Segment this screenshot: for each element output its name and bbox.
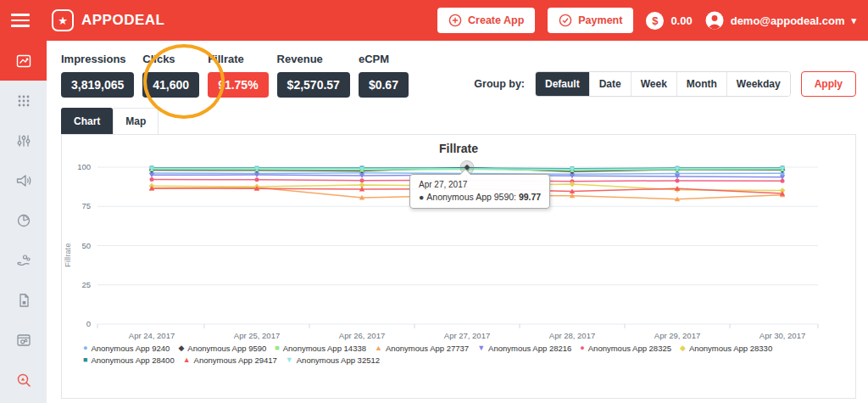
- svg-text:Apr 27, 2017: Apr 27, 2017: [444, 331, 490, 340]
- create-app-label: Create App: [468, 14, 524, 26]
- tooltip-date: Apr 27, 2017: [419, 180, 541, 189]
- chart-legend: ●Anonymous App 9240◆Anonymous App 9590■A…: [83, 344, 837, 365]
- user-menu[interactable]: demo@appodeal.com ▾: [705, 11, 856, 30]
- app-header: ★ APPODEAL Create App Payment $ 0.00: [0, 0, 868, 41]
- legend-label: Anonymous App 28325: [588, 344, 671, 353]
- legend-item[interactable]: ■Anonymous App 14338: [275, 344, 366, 353]
- legend-item[interactable]: ▲Anonymous App 27737: [375, 344, 469, 353]
- legend-marker-icon: ●: [83, 344, 87, 352]
- sliders-icon: [15, 132, 32, 149]
- legend-marker-icon: ▼: [477, 344, 485, 352]
- stat-value-badge[interactable]: 41,600: [142, 72, 199, 98]
- legend-item[interactable]: ◆Anonymous App 28330: [680, 344, 772, 353]
- svg-text:Apr 26, 2017: Apr 26, 2017: [339, 331, 385, 340]
- group-by-option-weekday[interactable]: Weekday: [727, 72, 790, 96]
- view-tabs: ChartMap: [61, 108, 856, 134]
- megaphone-icon: [14, 172, 33, 189]
- stat-label: Revenue: [277, 53, 350, 65]
- legend-marker-icon: ◆: [680, 344, 686, 352]
- hamburger-menu-icon[interactable]: [11, 10, 30, 31]
- sidebar-item-monetize[interactable]: [0, 240, 47, 280]
- legend-item[interactable]: ▼Anonymous App 28216: [477, 344, 571, 353]
- tab-chart[interactable]: Chart: [61, 108, 113, 134]
- payment-label: Payment: [578, 14, 622, 26]
- main-content: Impressions3,819,065Clicks41,600Fillrate…: [47, 41, 868, 403]
- dollar-icon: $: [646, 12, 664, 30]
- svg-text:Apr 29, 2017: Apr 29, 2017: [654, 331, 700, 340]
- apply-button[interactable]: Apply: [801, 71, 856, 97]
- create-app-button[interactable]: Create App: [437, 8, 535, 33]
- app-gears-icon: [15, 332, 32, 349]
- svg-text:Apr 24, 2017: Apr 24, 2017: [129, 331, 175, 340]
- payment-button[interactable]: Payment: [548, 8, 633, 33]
- sidebar-item-reports[interactable]: [0, 200, 47, 240]
- sidebar-item-settings[interactable]: [0, 120, 47, 160]
- user-email: demo@appodeal.com: [731, 14, 845, 27]
- appodeal-logo[interactable]: ★ APPODEAL: [52, 9, 164, 31]
- stat-label: Fillrate: [208, 53, 268, 65]
- legend-item[interactable]: ◆Anonymous App 9590: [178, 344, 266, 353]
- group-by-option-week[interactable]: Week: [632, 72, 677, 96]
- legend-marker-icon: ■: [83, 356, 87, 364]
- star-icon: ★: [52, 9, 74, 31]
- group-by-option-month[interactable]: Month: [677, 72, 727, 96]
- legend-label: Anonymous App 32512: [297, 355, 380, 365]
- legend-label: Anonymous App 29417: [194, 355, 277, 365]
- sidebar-item-documents[interactable]: [0, 280, 47, 320]
- stat-value-badge[interactable]: $0.67: [359, 72, 409, 98]
- sidebar-item-search-analytics[interactable]: [0, 360, 47, 400]
- svg-text:100: 100: [77, 162, 91, 171]
- stat-clicks: Clicks41,600: [142, 53, 199, 98]
- legend-marker-icon: ◆: [178, 344, 184, 352]
- chart-tooltip: Apr 27, 2017 ●Anonymous App 9590: 99.77: [409, 174, 550, 209]
- stat-revenue: Revenue$2,570.57: [277, 53, 350, 98]
- balance-amount: 0.00: [670, 14, 692, 27]
- stat-fillrate: Fillrate91.75%: [208, 53, 268, 98]
- stat-impressions: Impressions3,819,065: [61, 53, 134, 98]
- legend-item[interactable]: ●Anonymous App 28325: [580, 344, 671, 353]
- group-by-label: Group by:: [474, 78, 525, 90]
- stat-value-badge[interactable]: 3,819,065: [61, 72, 134, 98]
- monetization-hand-icon: [14, 252, 33, 269]
- stat-label: Impressions: [61, 53, 134, 65]
- legend-item[interactable]: ▼Anonymous App 32512: [286, 355, 380, 365]
- legend-marker-icon: ▲: [183, 356, 191, 364]
- group-by-segmented-control: DefaultDateWeekMonthWeekday: [535, 71, 791, 97]
- legend-marker-icon: ■: [275, 344, 279, 352]
- sidebar-item-promote[interactable]: [0, 160, 47, 200]
- tooltip-series-label: Anonymous App 9590:: [426, 192, 516, 202]
- group-by-controls: Group by: DefaultDateWeekMonthWeekday Ap…: [474, 71, 856, 97]
- stats-bar: Impressions3,819,065Clicks41,600Fillrate…: [61, 53, 856, 98]
- apps-grid-icon: [15, 92, 32, 109]
- tooltip-value: 99.77: [519, 192, 541, 202]
- sidebar-item-apps[interactable]: [0, 81, 47, 120]
- check-circle-icon: [559, 14, 572, 27]
- stat-value-badge[interactable]: 91.75%: [208, 72, 268, 98]
- tab-map[interactable]: Map: [113, 108, 159, 134]
- stat-label: Clicks: [142, 53, 199, 65]
- search-analytics-icon: [15, 372, 32, 389]
- chart-title: Fillrate: [62, 142, 855, 155]
- group-by-option-date[interactable]: Date: [590, 72, 632, 96]
- svg-text:Fillrate: Fillrate: [63, 243, 72, 267]
- stat-label: eCPM: [359, 53, 409, 65]
- plus-circle-icon: [448, 14, 462, 27]
- legend-item[interactable]: ●Anonymous App 9240: [83, 344, 170, 353]
- svg-text:75: 75: [81, 201, 91, 210]
- balance[interactable]: $ 0.00: [646, 12, 692, 30]
- legend-item[interactable]: ▲Anonymous App 29417: [183, 355, 277, 365]
- stat-value-badge[interactable]: $2,570.57: [277, 72, 350, 98]
- legend-marker-icon: ▼: [286, 356, 293, 364]
- group-by-option-default[interactable]: Default: [536, 72, 590, 96]
- svg-text:50: 50: [81, 241, 91, 250]
- sidebar-item-line-chart[interactable]: [0, 41, 47, 81]
- sidebar-item-app-settings[interactable]: [0, 320, 47, 360]
- legend-marker-icon: ●: [580, 344, 584, 352]
- svg-text:25: 25: [81, 280, 91, 289]
- svg-text:Apr 25, 2017: Apr 25, 2017: [234, 331, 280, 340]
- brand-name: APPODEAL: [81, 12, 164, 29]
- legend-label: Anonymous App 9240: [91, 344, 170, 353]
- legend-label: Anonymous App 14338: [283, 344, 366, 353]
- legend-item[interactable]: ■Anonymous App 28400: [83, 355, 175, 365]
- document-icon: [15, 292, 32, 309]
